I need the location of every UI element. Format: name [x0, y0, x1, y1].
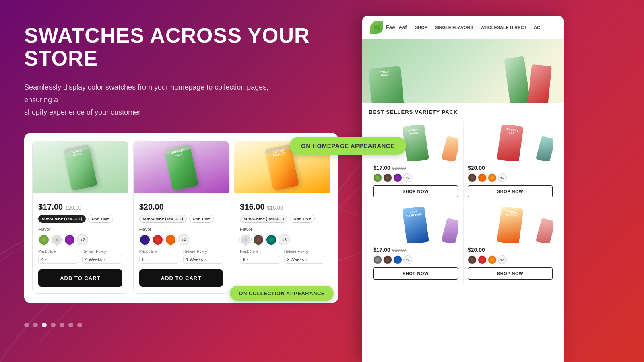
nav-single-flavors[interactable]: SINGLE FLAVORS	[435, 25, 473, 30]
grid-price-3: $17.00	[373, 247, 390, 253]
deliver-select-3[interactable]: 2 Weeks ▾	[284, 255, 324, 264]
mini-swatches-4: +3	[468, 255, 553, 264]
deliver-select-2[interactable]: 1 Weeks ▾	[183, 255, 223, 264]
dot-2[interactable]	[33, 323, 38, 327]
deliver-label-2: Deliver Every	[183, 249, 223, 254]
mini-more-2[interactable]: +4	[498, 173, 507, 182]
best-sellers-title: BEST SELLERS VARIETY PACK	[369, 109, 557, 115]
mini-swatch-4a[interactable]	[468, 255, 477, 264]
mini-more-1[interactable]: +2	[403, 173, 412, 182]
swatch-red-2[interactable]	[152, 234, 163, 245]
product-cards-wrapper: BERRYBASIL $17.00 $20.00 SUBSCRIBE (15% …	[24, 133, 338, 303]
dot-1[interactable]	[24, 323, 29, 327]
price-original-1: $20.00	[65, 205, 81, 211]
flavor-label-2: Flavor	[139, 227, 223, 232]
dot-6[interactable]	[68, 323, 73, 327]
hero-can-left: STRAW-BASIL	[368, 66, 404, 103]
swatch-cross-3[interactable]: ✕	[240, 234, 251, 245]
mini-swatch-1b[interactable]	[383, 173, 392, 182]
mini-swatch-3a[interactable]	[373, 255, 382, 264]
pack-size-select-1[interactable]: 4 ▾	[38, 255, 78, 264]
pack-down-arrow-2: ▾	[146, 258, 148, 261]
grid-price-4: $20.00	[468, 247, 485, 253]
add-to-cart-btn-1[interactable]: ADD TO CART	[38, 269, 122, 287]
deliver-group-1: Deliver Every 4 Weeks ▾	[82, 249, 122, 264]
mini-swatch-4b[interactable]	[478, 255, 487, 264]
grid-price-2: $20.00	[468, 165, 485, 171]
pack-down-arrow-1: ▾	[45, 258, 47, 261]
mini-swatch-3c[interactable]	[393, 255, 402, 264]
flavor-label-3: Flavor	[240, 227, 324, 232]
subscribe-btn-3[interactable]: SUBSCRIBE (15% OFF)	[240, 215, 287, 223]
shop-now-btn-1[interactable]: SHOP NOW	[373, 185, 458, 197]
price-3: $16.00	[240, 202, 264, 212]
product-can-1: BERRYBASIL	[63, 144, 97, 191]
price-2: $20.00	[139, 202, 164, 212]
pack-deliver-1: Pack Size 4 ▾ Deliver Every 4 Weeks ▾	[38, 249, 122, 264]
pack-size-group-2: Pack Size 6 ▾	[139, 249, 179, 264]
deliver-select-1[interactable]: 4 Weeks ▾	[82, 255, 122, 264]
swatch-cross-1[interactable]: ✕	[51, 234, 62, 245]
grid-price-row-3: $17.00 $20.00	[373, 247, 458, 253]
subscribe-btn-1[interactable]: SUBSCRIBE (15% OFF)	[38, 215, 86, 223]
mini-swatch-2a[interactable]	[468, 173, 477, 182]
dot-4[interactable]	[51, 323, 56, 327]
dot-5[interactable]	[60, 323, 64, 327]
swatch-more-2[interactable]: +4	[178, 234, 189, 245]
grid-image-2: GINGERYALE	[468, 125, 553, 161]
best-sellers-section: BEST SELLERS VARIETY PACK STRAW-BASIL	[362, 103, 564, 290]
mini-swatches-2: +4	[468, 173, 553, 182]
carousel-dots	[24, 323, 338, 327]
mini-swatch-4c[interactable]	[488, 255, 497, 264]
collection-badge: ON COLLECTION APPEARANCE	[230, 286, 334, 301]
extra-can-1	[441, 136, 458, 161]
mini-more-4[interactable]: +3	[498, 255, 507, 264]
mini-swatch-2c[interactable]	[488, 173, 497, 182]
grid-orig-3: $20.00	[392, 248, 406, 253]
right-panel: ON HOMEPAGE APPEARANCE 🌿 FaeLeaf SHOP SI…	[362, 0, 644, 362]
product-image-1: BERRYBASIL	[33, 141, 128, 193]
mini-more-3[interactable]: +2	[403, 255, 412, 264]
deliver-group-2: Deliver Every 1 Weeks ▾	[183, 249, 223, 264]
pack-size-select-2[interactable]: 6 ▾	[139, 255, 179, 264]
swatch-dark-2[interactable]	[139, 234, 151, 245]
deliver-down-arrow-1: ▾	[104, 258, 105, 261]
nav-shop[interactable]: SHOP	[415, 25, 427, 30]
shop-now-btn-2[interactable]: SHOP NOW	[468, 185, 553, 197]
dot-3-active[interactable]	[42, 323, 47, 327]
swatch-teal-3[interactable]	[266, 234, 277, 245]
mini-swatch-3b[interactable]	[383, 255, 392, 264]
subscribe-btn-2[interactable]: SUBSCRIBE (15% OFF)	[139, 215, 187, 223]
mini-swatch-1a[interactable]	[373, 173, 382, 182]
grid-can-4: YOUNGMANGO	[497, 207, 524, 243]
swatch-orange-2[interactable]	[165, 234, 176, 245]
swatch-green-1[interactable]	[38, 234, 50, 245]
swatch-purple-1[interactable]	[64, 234, 75, 245]
grid-orig-1: $20.00	[392, 166, 406, 171]
grid-can-1: STRAW-BASIL	[402, 125, 429, 161]
deliver-down-arrow-3: ▾	[305, 258, 307, 261]
swatch-brown-3[interactable]	[253, 234, 264, 245]
nav-ac[interactable]: AC	[534, 25, 540, 30]
pack-deliver-3: Pack Size 6 ▾ Deliver Every 2 Weeks ▾	[240, 249, 324, 264]
swatch-more-1[interactable]: +2	[77, 234, 88, 245]
nav-wholesale[interactable]: WHOLESALE DIRECT	[481, 25, 526, 30]
onetime-btn-1[interactable]: ONE TIME	[88, 215, 113, 223]
pack-size-group-1: Pack Size 4 ▾	[38, 249, 78, 264]
onetime-btn-3[interactable]: ONE TIME	[290, 215, 315, 223]
swatch-more-3[interactable]: +3	[279, 234, 290, 245]
shop-now-btn-4[interactable]: SHOP NOW	[468, 267, 553, 280]
onetime-btn-2[interactable]: ONE TIME	[189, 215, 214, 223]
dot-7[interactable]	[77, 323, 82, 327]
pack-size-select-3[interactable]: 6 ▾	[240, 255, 280, 264]
page-title: SWATCHES ACROSS YOUR STORE	[24, 24, 338, 70]
store-logo: 🌿 FaeLeaf	[370, 21, 407, 34]
add-to-cart-btn-2[interactable]: ADD TO CART	[139, 269, 223, 287]
grid-can-3: SOURBLUEBERRY	[402, 207, 429, 243]
mini-swatch-1c[interactable]	[393, 173, 402, 182]
product-card-3: YOUNGMANGO $16.00 $18.00 SUBSCRIBE (15% …	[234, 141, 330, 294]
extra-can-4	[536, 218, 553, 243]
mini-swatch-2b[interactable]	[478, 173, 487, 182]
flavor-swatches-3: ✕ +3	[240, 234, 324, 245]
shop-now-btn-3[interactable]: SHOP NOW	[373, 267, 458, 280]
